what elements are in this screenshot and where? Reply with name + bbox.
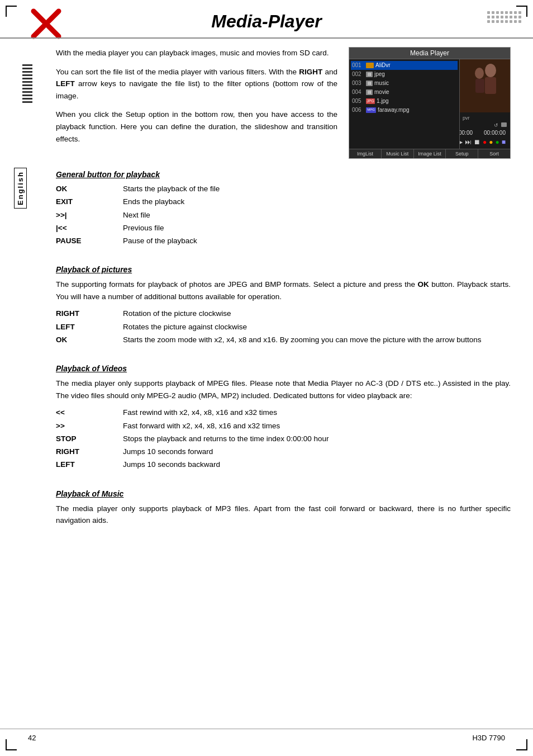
svg-rect-6 bbox=[475, 79, 484, 93]
mp-body: 001 AliDvr 002 ▤ jpeg 003 ▤ music bbox=[349, 59, 510, 149]
key-pause-desc: Pause of the playback bbox=[123, 235, 511, 247]
key-row-next: >>| Next file bbox=[56, 210, 511, 221]
folder-icon: ▤ bbox=[366, 72, 373, 77]
mp-bottom-bar: ImgList Music List Image List Setup Sort bbox=[349, 149, 510, 158]
folder-icon bbox=[366, 63, 374, 68]
general-button-section: General button for playback OK Starts th… bbox=[34, 170, 511, 251]
key-right-jump: RIGHT bbox=[56, 446, 123, 457]
mp-btn-imagelist[interactable]: Image List bbox=[414, 149, 446, 158]
key-left: LEFT bbox=[56, 322, 123, 333]
playback-pictures-section: Playback of pictures The supporting form… bbox=[34, 265, 511, 350]
intro-text: With the media player you can playback i… bbox=[34, 47, 337, 159]
key-right: RIGHT bbox=[56, 308, 123, 319]
key-row-pause: PAUSE Pause of the playback bbox=[56, 235, 511, 247]
key-forward: >> bbox=[56, 420, 123, 432]
mp-time-display: 00:00:00 00:00:00 bbox=[461, 129, 508, 137]
key-next: >>| bbox=[56, 210, 123, 221]
intro-para3: When you click the Setup option in the b… bbox=[56, 108, 337, 145]
key-row-left: LEFT Rotates the picture against clockwi… bbox=[56, 322, 511, 333]
top-section: With the media player you can playback i… bbox=[34, 47, 511, 159]
key-right-desc: Rotation of the picture clockwise bbox=[123, 308, 511, 319]
page-number: 42 bbox=[28, 734, 36, 742]
key-next-desc: Next file bbox=[123, 210, 511, 221]
key-left-jump: LEFT bbox=[56, 459, 123, 470]
pictures-key-table: RIGHT Rotation of the picture clockwise … bbox=[56, 308, 511, 346]
mp-list-item: 003 ▤ music bbox=[351, 79, 458, 88]
next-icon: ⏭ bbox=[465, 138, 472, 146]
key-row-right: RIGHT Rotation of the picture clockwise bbox=[56, 308, 511, 319]
playback-pictures-text: The supporting formats for playback of p… bbox=[56, 278, 511, 303]
key-rewind: << bbox=[56, 407, 123, 418]
media-player-screenshot: Media Player 001 AliDvr 002 ▤ jpeg 003 bbox=[349, 47, 511, 159]
playback-music-section: Playback of Music The media player only … bbox=[34, 489, 511, 532]
key-row-ok-zoom: OK Starts the zoom mode with x2, x4, x8 … bbox=[56, 334, 511, 346]
playback-videos-section: Playback of Videos The media player only… bbox=[34, 364, 511, 475]
repeat-icon: ↺ bbox=[494, 122, 498, 128]
key-left-desc: Rotates the picture against clockwise bbox=[123, 322, 511, 333]
key-row-prev: |<< Previous file bbox=[56, 223, 511, 234]
play-icon: ▶▶ bbox=[460, 138, 463, 146]
playback-videos-title: Playback of Videos bbox=[56, 364, 511, 373]
thumbnail-image bbox=[460, 59, 510, 112]
decorative-dots bbox=[487, 11, 522, 23]
dot-red: ● bbox=[483, 138, 487, 146]
key-row-left-jump: LEFT Jumps 10 seconds backward bbox=[56, 459, 511, 470]
left-key: LEFT bbox=[56, 79, 75, 88]
key-ok-zoom-desc: Starts the zoom mode with x2, x4, x8 and… bbox=[123, 334, 511, 346]
key-row-exit: EXIT Ends the playback bbox=[56, 196, 511, 207]
key-stop: STOP bbox=[56, 433, 123, 445]
mp-thumbnail: pvr ↺ 00:00:00 00:00:00 ⏮ ▶▶ ⏭ bbox=[460, 59, 510, 149]
folder-icon: ▤ bbox=[366, 89, 373, 95]
total-time: 00:00:00 bbox=[484, 130, 506, 136]
mp-list-item: 004 ▤ movie bbox=[351, 88, 458, 97]
key-ok-zoom: OK bbox=[56, 334, 123, 346]
key-row-forward: >> Fast forward with x2, x4, x8, x16 and… bbox=[56, 420, 511, 432]
key-ok-desc: Starts the playback of the file bbox=[123, 183, 511, 195]
mp-btn-sort[interactable]: Sort bbox=[478, 149, 510, 158]
playback-videos-text: The media player only supports playback … bbox=[56, 377, 511, 401]
right-key: RIGHT bbox=[299, 68, 322, 76]
mp-controls: pvr ↺ 00:00:00 00:00:00 ⏮ ▶▶ ⏭ bbox=[460, 112, 510, 149]
key-row-right-jump: RIGHT Jumps 10 seconds forward bbox=[56, 446, 511, 457]
intro-para2: You can sort the file list of the media … bbox=[56, 66, 337, 102]
page-footer: 42 H3D 7790 bbox=[0, 729, 533, 742]
dot-blue: ■ bbox=[502, 138, 506, 146]
jpeg-badge: JPG bbox=[366, 98, 375, 104]
key-row-stop: STOP Stops the playback and returns to t… bbox=[56, 433, 511, 445]
dot-orange: ● bbox=[489, 138, 493, 146]
mp-btn-setup[interactable]: Setup bbox=[446, 149, 478, 158]
current-time: 00:00:00 bbox=[460, 130, 473, 136]
mp-list-item: 006 MPG faraway.mpg bbox=[351, 106, 458, 115]
general-button-title: General button for playback bbox=[56, 170, 511, 179]
stop-icon: ⏹ bbox=[474, 138, 480, 146]
main-content: With the media player you can playback i… bbox=[0, 39, 533, 557]
key-pause: PAUSE bbox=[56, 235, 123, 247]
mp-playback-controls: ⏮ ▶▶ ⏭ ⏹ ● ● ● ■ bbox=[461, 137, 508, 147]
key-forward-desc: Fast forward with x2, x4, x8, x16 and x3… bbox=[123, 420, 511, 432]
folder-icon: ▤ bbox=[366, 81, 373, 86]
mp-list-item: 002 ▤ jpeg bbox=[351, 70, 458, 79]
mp-btn-musiclist[interactable]: Music List bbox=[382, 149, 414, 158]
playback-music-text: The media player only supports playback … bbox=[56, 503, 511, 527]
svg-point-3 bbox=[485, 64, 496, 77]
key-row-ok: OK Starts the playback of the file bbox=[56, 183, 511, 195]
mp-list-item: 005 JPG 1.jpg bbox=[351, 97, 458, 106]
folder-icon-ctrl bbox=[501, 122, 507, 127]
general-key-table: OK Starts the playback of the file EXIT … bbox=[56, 183, 511, 247]
key-prev: |<< bbox=[56, 223, 123, 234]
page-header: Media-Player bbox=[0, 0, 533, 39]
intro-para1: With the media player you can playback i… bbox=[56, 47, 337, 59]
playback-music-title: Playback of Music bbox=[56, 489, 511, 498]
key-exit: EXIT bbox=[56, 196, 123, 207]
mp-title: Media Player bbox=[349, 48, 510, 59]
key-left-jump-desc: Jumps 10 seconds backward bbox=[123, 459, 511, 470]
svg-point-5 bbox=[475, 68, 484, 79]
key-prev-desc: Previous file bbox=[123, 223, 511, 234]
mpeg-badge: MPG bbox=[366, 107, 376, 113]
key-row-rewind: << Fast rewind with x2, x4, x8, x16 and … bbox=[56, 407, 511, 418]
videos-key-table: << Fast rewind with x2, x4, x8, x16 and … bbox=[56, 407, 511, 470]
key-right-jump-desc: Jumps 10 seconds forward bbox=[123, 446, 511, 457]
mp-btn-imglist[interactable]: ImgList bbox=[349, 149, 382, 158]
key-ok: OK bbox=[56, 183, 123, 195]
page-title: Media-Player bbox=[211, 11, 321, 32]
